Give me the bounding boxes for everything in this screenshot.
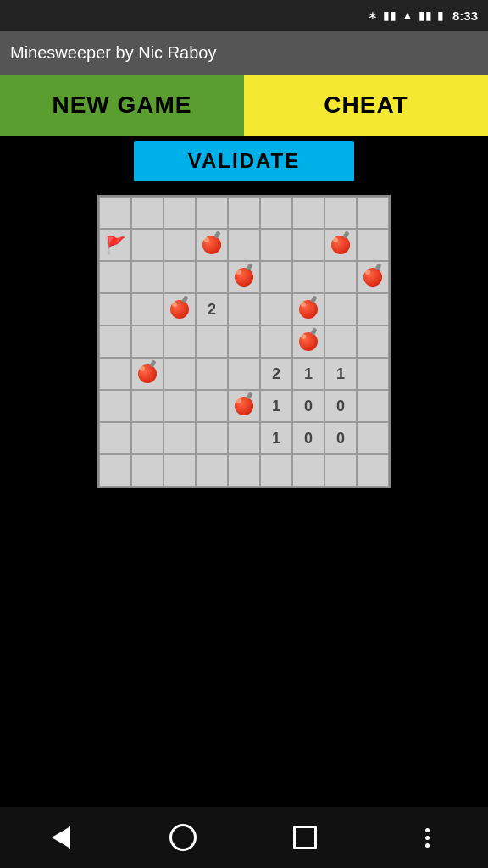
cell-0-6[interactable] (292, 197, 324, 229)
cell-5-3[interactable] (196, 358, 228, 390)
cell-8-3[interactable] (196, 454, 228, 487)
cell-6-0[interactable] (99, 390, 131, 422)
new-game-button[interactable]: NEW GAME (0, 75, 244, 136)
home-button[interactable] (162, 816, 204, 859)
cell-8-7[interactable] (324, 454, 357, 487)
cell-6-7[interactable]: 0 (324, 390, 357, 422)
cell-5-0[interactable] (99, 358, 131, 390)
cell-3-5[interactable] (260, 293, 292, 326)
cell-0-1[interactable] (131, 197, 164, 229)
cell-0-2[interactable] (164, 197, 196, 229)
cell-6-4[interactable] (228, 390, 260, 422)
cell-4-7[interactable] (324, 326, 357, 358)
cell-8-6[interactable] (292, 454, 324, 487)
menu-button[interactable] (406, 816, 448, 859)
cell-6-1[interactable] (131, 390, 164, 422)
cell-6-8[interactable] (357, 390, 389, 422)
cell-2-8[interactable] (357, 261, 389, 293)
cell-6-2[interactable] (164, 390, 196, 422)
back-button[interactable] (40, 816, 82, 859)
cell-5-8[interactable] (357, 358, 389, 390)
cheat-label: CHEAT (324, 92, 408, 119)
back-icon (52, 826, 70, 849)
cell-2-2[interactable] (164, 261, 196, 293)
cell-4-1[interactable] (131, 326, 164, 358)
cell-7-8[interactable] (357, 422, 389, 454)
cell-7-6[interactable]: 0 (292, 422, 324, 454)
cell-4-4[interactable] (228, 326, 260, 358)
cell-2-3[interactable] (196, 261, 228, 293)
cell-6-5[interactable]: 1 (260, 390, 292, 422)
cell-2-7[interactable] (324, 261, 357, 293)
validate-label: VALIDATE (188, 149, 300, 173)
cell-4-3[interactable] (196, 326, 228, 358)
cell-1-6[interactable] (292, 229, 324, 261)
cell-1-1[interactable] (131, 229, 164, 261)
validate-row: VALIDATE (0, 136, 488, 186)
cell-3-7[interactable] (324, 293, 357, 326)
cell-0-8[interactable] (357, 197, 389, 229)
cell-7-3[interactable] (196, 422, 228, 454)
cell-3-0[interactable] (99, 293, 131, 326)
cell-3-2[interactable] (164, 293, 196, 326)
cell-5-5[interactable]: 2 (260, 358, 292, 390)
cell-3-8[interactable] (357, 293, 389, 326)
cell-0-7[interactable] (324, 197, 357, 229)
cell-1-8[interactable] (357, 229, 389, 261)
cell-1-2[interactable] (164, 229, 196, 261)
cell-2-0[interactable] (99, 261, 131, 293)
cell-3-6[interactable] (292, 293, 324, 326)
cell-4-8[interactable] (357, 326, 389, 358)
cell-7-4[interactable] (228, 422, 260, 454)
cell-0-3[interactable] (196, 197, 228, 229)
bomb-icon (331, 236, 350, 254)
cell-7-0[interactable] (99, 422, 131, 454)
cell-4-6[interactable] (292, 326, 324, 358)
cell-1-4[interactable] (228, 229, 260, 261)
cell-2-5[interactable] (260, 261, 292, 293)
cell-8-0[interactable] (99, 454, 131, 487)
recents-button[interactable] (284, 816, 326, 859)
cell-8-1[interactable] (131, 454, 164, 487)
cell-8-5[interactable] (260, 454, 292, 487)
new-game-label: NEW GAME (52, 92, 191, 119)
cell-7-7[interactable]: 0 (324, 422, 357, 454)
cell-5-6[interactable]: 1 (292, 358, 324, 390)
cell-5-2[interactable] (164, 358, 196, 390)
cell-7-1[interactable] (131, 422, 164, 454)
cheat-button[interactable]: CHEAT (244, 75, 488, 136)
cell-8-2[interactable] (164, 454, 196, 487)
cell-2-1[interactable] (131, 261, 164, 293)
cell-3-1[interactable] (131, 293, 164, 326)
cell-6-3[interactable] (196, 390, 228, 422)
cell-1-3[interactable] (196, 229, 228, 261)
cell-4-2[interactable] (164, 326, 196, 358)
cell-1-7[interactable] (324, 229, 357, 261)
cell-0-5[interactable] (260, 197, 292, 229)
cell-3-4[interactable] (228, 293, 260, 326)
cell-0-4[interactable] (228, 197, 260, 229)
signal-icon: ▮▮ (383, 8, 396, 22)
cell-2-4[interactable] (228, 261, 260, 293)
status-bar: ∗ ▮▮ ▲ ▮▮ ▮ 8:33 (0, 0, 488, 31)
cell-number: 2 (208, 301, 216, 319)
cell-4-0[interactable] (99, 326, 131, 358)
cell-5-1[interactable] (131, 358, 164, 390)
cell-4-5[interactable] (260, 326, 292, 358)
cell-0-0[interactable] (99, 197, 131, 229)
bomb-icon (299, 332, 318, 351)
cell-5-4[interactable] (228, 358, 260, 390)
cell-7-2[interactable] (164, 422, 196, 454)
cell-3-3[interactable]: 2 (196, 293, 228, 326)
cell-6-6[interactable]: 0 (292, 390, 324, 422)
cell-1-0[interactable]: 🚩 (99, 229, 131, 261)
cell-8-4[interactable] (228, 454, 260, 487)
cell-1-5[interactable] (260, 229, 292, 261)
cell-7-5[interactable]: 1 (260, 422, 292, 454)
cell-number: 0 (304, 398, 313, 415)
menu-dot (425, 828, 430, 832)
validate-button[interactable]: VALIDATE (134, 141, 354, 181)
cell-5-7[interactable]: 1 (324, 358, 357, 390)
cell-8-8[interactable] (357, 454, 389, 487)
cell-2-6[interactable] (292, 261, 324, 293)
